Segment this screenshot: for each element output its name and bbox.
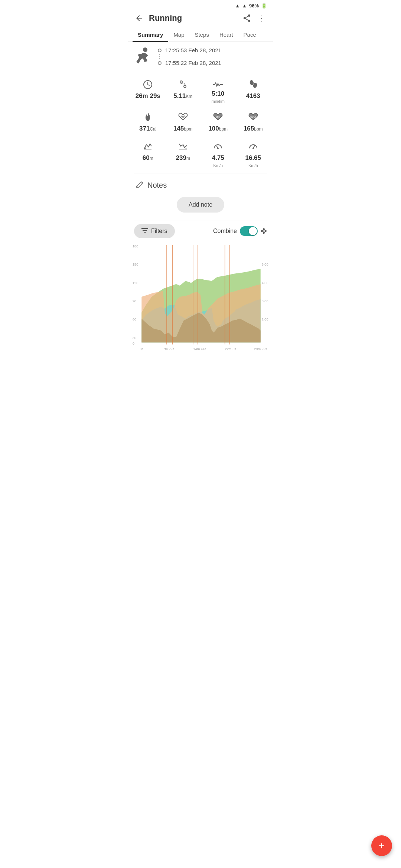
tab-steps[interactable]: Steps [190, 28, 214, 42]
svg-text:4.00: 4.00 [262, 281, 268, 285]
ascent-icon [143, 141, 153, 153]
descent-icon [178, 141, 188, 153]
svg-text:MAX: MAX [250, 115, 256, 118]
max-hr-value: 165bpm [244, 125, 263, 132]
wifi-icon: ▲ [235, 3, 240, 9]
tab-pace[interactable]: Pace [238, 28, 261, 42]
filters-label: Filters [151, 228, 167, 234]
header: Running ⋮ [128, 10, 273, 28]
more-icon: ⋮ [258, 14, 265, 23]
stat-max-alt: 239m [166, 139, 200, 170]
status-bar: ▲ ▲ 96% 🔋 [128, 0, 273, 10]
steps-value: 4163 [246, 92, 260, 100]
dots-separator [158, 54, 221, 59]
start-dot [158, 49, 162, 52]
avg-speed-value: 4.75 [212, 154, 224, 162]
svg-point-16 [252, 148, 254, 149]
fire-icon [143, 112, 152, 124]
combined-chart: 180 150 120 90 60 30 0 5.00 4.00 3.00 2.… [131, 241, 270, 352]
stat-distance: 5.11Km [166, 77, 200, 106]
svg-text:180: 180 [133, 244, 138, 248]
pace-value: 5:10 [212, 90, 224, 98]
runner-icon [134, 47, 152, 71]
svg-line-3 [246, 19, 248, 20]
chart-container: 180 150 120 90 60 30 0 5.00 4.00 3.00 2.… [128, 241, 273, 352]
speed-avg-icon [213, 141, 223, 153]
stat-avg-hr: 145bpm [166, 109, 200, 135]
signal-icon: ▲ [242, 3, 247, 9]
svg-text:90: 90 [133, 299, 136, 303]
stat-min-alt: 60m [131, 139, 165, 170]
svg-text:0s: 0s [140, 347, 144, 351]
stat-max-hr: MAX 165bpm [237, 109, 270, 135]
stat-calories: 371Cal [131, 109, 165, 135]
avg-speed-unit: Km/h [213, 163, 223, 168]
svg-text:22m 6s: 22m 6s [225, 347, 236, 351]
share-button[interactable] [242, 13, 252, 23]
heart-avg-icon [178, 112, 188, 124]
stat-steps: 4163 [237, 77, 270, 106]
add-note-button[interactable]: Add note [177, 197, 224, 213]
stats-grid: 26m 29s 5.11Km 5:10 min/km [128, 73, 273, 174]
start-time-row: 17:25:53 Feb 28, 2021 [158, 47, 221, 53]
svg-text:30: 30 [133, 336, 136, 340]
tab-map[interactable]: Map [168, 28, 189, 42]
min-hr-value: 100bpm [208, 125, 228, 132]
combine-toggle[interactable] [240, 226, 258, 236]
stat-duration: 26m 29s [131, 77, 165, 106]
svg-text:60: 60 [133, 318, 136, 321]
back-button[interactable] [134, 13, 144, 23]
svg-point-8 [184, 85, 186, 88]
add-note-container: Add note [128, 194, 273, 220]
svg-text:14m 44s: 14m 44s [193, 347, 206, 351]
page-title: Running [149, 13, 237, 23]
end-dot [158, 61, 162, 65]
battery-icon: 🔋 [261, 3, 267, 9]
svg-line-4 [246, 16, 248, 18]
svg-point-1 [244, 17, 246, 19]
svg-point-14 [217, 148, 219, 149]
distance-value: 5.11Km [173, 92, 192, 100]
tab-bar: Summary Map Steps Heart Pace [128, 28, 273, 42]
svg-text:120: 120 [133, 281, 138, 285]
timer-icon [143, 79, 153, 91]
pencil-icon [136, 180, 144, 190]
svg-text:150: 150 [133, 263, 138, 266]
max-speed-value: 16.65 [245, 154, 261, 162]
svg-point-7 [180, 81, 182, 83]
svg-point-2 [248, 20, 250, 22]
run-times: 17:25:53 Feb 28, 2021 17:55:22 Feb 28, 2… [158, 47, 221, 66]
pulse-icon [213, 79, 223, 89]
end-time: 17:55:22 Feb 28, 2021 [165, 60, 221, 66]
svg-text:3.00: 3.00 [262, 299, 268, 303]
avg-hr-value: 145bpm [173, 125, 193, 132]
combine-label: Combine [213, 228, 237, 234]
heart-max-icon: MAX [248, 112, 258, 124]
route-icon [178, 79, 188, 91]
calories-value: 371Cal [139, 125, 156, 132]
stat-avg-speed: 4.75 Km/h [201, 139, 235, 170]
stat-min-hr: MIN 100bpm [201, 109, 235, 135]
notes-section: Notes [128, 174, 273, 194]
filters-row: Filters Combine ✤ [128, 220, 273, 241]
max-speed-unit: Km/h [248, 163, 258, 168]
more-button[interactable]: ⋮ [257, 13, 267, 23]
footprint-icon [248, 79, 258, 91]
stat-max-speed: 16.65 Km/h [237, 139, 270, 170]
toggle-thumb [249, 227, 257, 235]
min-alt-value: 60m [143, 154, 153, 162]
pace-unit: min/km [212, 99, 225, 103]
notes-label: Notes [147, 181, 167, 190]
tab-summary[interactable]: Summary [133, 28, 168, 42]
svg-text:5.00: 5.00 [262, 263, 268, 266]
svg-text:7m 22s: 7m 22s [163, 347, 174, 351]
run-time-section: 17:25:53 Feb 28, 2021 17:55:22 Feb 28, 2… [128, 42, 273, 73]
svg-text:29m 29s: 29m 29s [254, 347, 267, 351]
combine-expand-icon: ✤ [261, 227, 267, 236]
filters-button[interactable]: Filters [134, 224, 175, 238]
svg-text:2.00: 2.00 [262, 318, 268, 321]
heart-min-icon: MIN [213, 112, 223, 124]
svg-text:MIN: MIN [216, 115, 221, 118]
tab-heart[interactable]: Heart [214, 28, 238, 42]
toggle-track [240, 226, 258, 236]
